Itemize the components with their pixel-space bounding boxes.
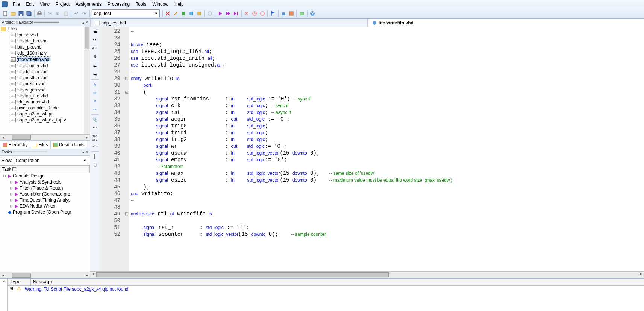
navigator-pin-icon[interactable]: ▴ [82, 20, 84, 24]
task-item[interactable]: ⊞▶Fitter (Place & Route) [0, 185, 90, 191]
menu-tools[interactable]: Tools [133, 1, 149, 8]
task-item[interactable]: ⊞▶EDA Netlist Writer [0, 203, 90, 209]
task-item[interactable]: ⊞▶TimeQuest Timing Analys [0, 197, 90, 203]
misc1-icon[interactable] [288, 10, 295, 17]
play-step-icon[interactable] [224, 10, 232, 17]
code-editor[interactable]: -- library ieee; use ieee.std_logic_1164… [129, 27, 644, 271]
flag-icon[interactable] [269, 10, 277, 17]
menu-view[interactable]: View [37, 1, 53, 8]
bar-icon[interactable]: ┃ [92, 153, 98, 160]
message-row[interactable]: ⊞⚠Warning: Tcl Script File sopc_a2gx_x4.… [8, 286, 644, 293]
indent-right-icon[interactable]: ⇥ [92, 71, 98, 78]
stop-icon[interactable] [206, 10, 214, 17]
task-item[interactable]: ⊞▶Analysis & Synthesis [0, 179, 90, 185]
brush4-icon[interactable]: ✑ [92, 106, 98, 113]
misc2-icon[interactable] [298, 10, 306, 17]
file-item[interactable]: abdpcie_compiler_0.sdc [0, 105, 84, 111]
fold-column[interactable]: ⊟ ⊟ ⊟ [124, 27, 129, 271]
open-file-icon[interactable] [9, 10, 17, 17]
ab-icon[interactable]: ab/ [92, 143, 98, 150]
tasks-close-icon[interactable]: ✕ [85, 150, 88, 154]
file-item[interactable]: abdfifo/top_fifo.vhd [0, 93, 84, 99]
menu-file[interactable]: File [10, 1, 23, 8]
save-all-icon[interactable] [25, 10, 33, 17]
editor-tabs: cdp_test.bdf fifo/writefifo.vhd [90, 19, 644, 27]
brush-icon[interactable]: ✎ [92, 81, 98, 88]
separator [89, 10, 90, 17]
chip-icon[interactable] [180, 10, 187, 17]
file-item[interactable]: abdtdc_counter.vhd [0, 99, 84, 105]
file-item[interactable]: abdtpulse.vhd [0, 32, 84, 38]
file-item[interactable]: abdsopc_a2gx_x4_ex_top.v [0, 117, 84, 123]
list-icon[interactable]: ☰ [92, 28, 98, 35]
brush3-icon[interactable]: ✐ [92, 98, 98, 105]
file-item[interactable]: abdfifo/tdc_fifo.vhd [0, 38, 84, 44]
expand-icon[interactable]: ⊞ [92, 161, 98, 168]
chip3-icon[interactable] [195, 10, 203, 17]
clock-icon[interactable] [251, 10, 258, 17]
menu-project[interactable]: Project [53, 1, 73, 8]
arrows-icon[interactable]: ⇅ [92, 53, 98, 59]
tasks-hscrollbar[interactable]: ◂▸ [0, 272, 90, 278]
paste-icon[interactable]: 📋 [62, 10, 70, 17]
task-item[interactable]: ◆Program Device (Open Progr [0, 209, 90, 215]
nav-tab-hierarchy[interactable]: Hierarchy [0, 141, 30, 149]
message-col-type[interactable]: Type [8, 279, 31, 285]
binoculars-icon[interactable]: 👀 [92, 36, 98, 43]
task-header[interactable]: Task [0, 165, 90, 173]
redo-icon[interactable]: ↷ [80, 10, 88, 17]
editor-tab-vhd[interactable]: fifo/writefifo.vhd [367, 19, 644, 27]
help-icon[interactable]: ? [309, 10, 316, 17]
files-root[interactable]: Files [0, 26, 84, 32]
settings-icon[interactable] [164, 10, 171, 17]
num-icon[interactable]: 267268 [92, 135, 98, 141]
tasks-pin-icon[interactable]: ▴ [82, 150, 84, 154]
cut-icon[interactable]: ✂ [46, 10, 54, 17]
copy-icon[interactable]: ⧉ [54, 10, 62, 17]
message-close-icon[interactable]: ✕ [0, 279, 8, 311]
menu-assignments[interactable]: Assignments [73, 1, 105, 8]
undo-icon[interactable]: ↶ [73, 10, 80, 17]
chip2-icon[interactable] [188, 10, 195, 17]
navigator-vscrollbar[interactable] [84, 26, 90, 134]
menu-edit[interactable]: Edit [23, 1, 37, 8]
task-item[interactable]: ⊟▶Compile Design [0, 173, 90, 179]
attach-icon[interactable]: 📎 [92, 116, 98, 123]
play-end-icon[interactable] [232, 10, 240, 17]
new-file-icon[interactable] [2, 10, 9, 17]
device-icon[interactable] [280, 10, 287, 17]
editor-tab-bdf[interactable]: cdp_test.bdf [90, 19, 367, 27]
pencil-icon[interactable] [172, 10, 179, 17]
editor-hscrollbar[interactable]: ◂▸ [90, 271, 644, 278]
navigator-close-icon[interactable]: ✕ [85, 20, 88, 24]
project-selector[interactable]: cdp_test▼ [92, 9, 160, 17]
flow-selector[interactable]: Compilation▼ [14, 157, 88, 164]
wave-icon[interactable] [259, 10, 266, 17]
file-item[interactable]: abdfifo/rstgen.vhd [0, 87, 84, 93]
file-item[interactable]: abdfifo/writefifo.vhd [0, 56, 84, 63]
message-col-message[interactable]: Message [31, 279, 644, 285]
file-item[interactable]: abdfifo/counter.vhd [0, 63, 84, 69]
save-icon[interactable] [17, 10, 25, 17]
dots-icon[interactable]: ⋯ [92, 124, 98, 131]
nav-tab-files[interactable]: Files [30, 141, 50, 149]
play-icon[interactable] [217, 10, 224, 17]
file-item[interactable]: abdcdp_100mhz.v [0, 50, 84, 56]
expand-icon[interactable]: ⊞ [8, 286, 15, 293]
task-item[interactable]: ⊞▶Assembler (Generate pro [0, 191, 90, 197]
brush2-icon[interactable]: ✏ [92, 90, 98, 96]
file-item[interactable]: abdfifo/postfifo.vhd [0, 75, 84, 81]
indent-left-icon[interactable]: ⇤ [92, 63, 98, 70]
file-item[interactable]: abdsopc_a2gx_x4.qip [0, 111, 84, 117]
menu-help[interactable]: Help [171, 1, 187, 8]
menu-window[interactable]: Window [149, 1, 171, 8]
file-item[interactable]: abdbus_pio.vhd [0, 44, 84, 50]
print-icon[interactable] [36, 10, 43, 17]
menu-processing[interactable]: Processing [105, 1, 133, 8]
file-item[interactable]: abdfifo/dcfifom.vhd [0, 69, 84, 75]
navigator-hscrollbar[interactable]: ◂▸ [0, 134, 90, 140]
nav-tab-design-units[interactable]: Design Units [51, 141, 87, 149]
file-item[interactable]: abdfifo/prefifo.vhd [0, 81, 84, 87]
find-replace-icon[interactable]: A↔ [92, 44, 98, 51]
bug-icon[interactable]: ⊗ [243, 10, 250, 17]
